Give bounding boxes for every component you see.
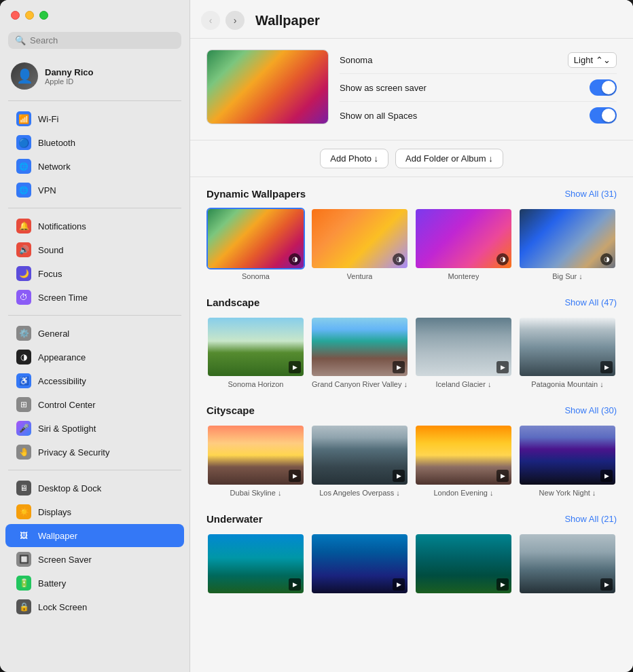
sidebar-item-notifications[interactable]: 🔔 Notifications [5, 214, 184, 238]
window-controls [0, 0, 189, 26]
wallpaper-item-underwater4[interactable]: ▶ [518, 533, 617, 597]
dynamic-badge-ventura: ◑ [393, 253, 405, 265]
cityscape-section: Cityscape Show All (30) ▶ Dubai Skyline … [190, 394, 633, 502]
wallpaper-item-sonoma-horizon[interactable]: ▶ Sonoma Horizon [206, 316, 305, 389]
sidebar-item-vpn[interactable]: 🌐 VPN [5, 179, 184, 202]
video-badge-new-york: ▶ [600, 470, 613, 482]
add-folder-button[interactable]: Add Folder or Album ↓ [395, 149, 503, 168]
monterey-thumb: ◑ [414, 208, 513, 269]
dynamic-badge-bigsur: ◑ [600, 253, 613, 265]
sidebar-item-controlcenter[interactable]: ⊞ Control Center [5, 393, 184, 416]
sidebar-item-screentime[interactable]: ⏱ Screen Time [5, 286, 184, 309]
forward-button[interactable]: › [225, 11, 245, 30]
dynamic-section-header: Dynamic Wallpapers Show All (31) [206, 188, 617, 200]
privacy-icon: 🤚 [16, 445, 31, 460]
sidebar-display-section: 🖥 Desktop & Dock ☀️ Displays 🖼 Wallpaper… [0, 473, 189, 622]
dubai-label: Dubai Skyline ↓ [230, 489, 282, 497]
close-button[interactable] [11, 11, 20, 20]
underwater-section-header: Underwater Show All (21) [206, 513, 617, 525]
wifi-icon: 📶 [16, 111, 31, 126]
maximize-button[interactable] [39, 11, 48, 20]
page-title: Wallpaper [255, 13, 320, 29]
style-select[interactable]: Light ⌃⌄ [568, 52, 617, 68]
sidebar-item-general[interactable]: ⚙️ General [5, 322, 184, 345]
sidebar-label-wifi: Wi-Fi [38, 114, 58, 124]
wallpaper-item-underwater3[interactable]: ▶ [414, 533, 513, 597]
sidebar-network-section: 📶 Wi-Fi 🔵 Bluetooth 🌐 Network 🌐 VPN [0, 104, 189, 205]
add-photo-button[interactable]: Add Photo ↓ [320, 149, 388, 168]
sidebar-item-bluetooth[interactable]: 🔵 Bluetooth [5, 131, 184, 154]
content-scroll[interactable]: Sonoma Light ⌃⌄ Show as screen saver Sho… [190, 39, 633, 672]
london-label: London Evening ↓ [433, 489, 493, 497]
show-all-dynamic[interactable]: Show All (31) [564, 189, 617, 199]
back-button[interactable]: ‹ [201, 11, 220, 30]
sidebar-item-displays[interactable]: ☀️ Displays [5, 500, 184, 523]
minimize-button[interactable] [25, 11, 34, 20]
show-all-underwater[interactable]: Show All (21) [564, 514, 617, 524]
sidebar-label-bluetooth: Bluetooth [38, 138, 75, 148]
wallpaper-item-los-angeles[interactable]: ▶ Los Angeles Overpass ↓ [310, 424, 409, 497]
wallpaper-item-new-york[interactable]: ▶ New York Night ↓ [518, 424, 617, 497]
ventura-label: Ventura [347, 272, 373, 280]
sidebar-item-wifi[interactable]: 📶 Wi-Fi [5, 107, 184, 130]
focus-icon: 🌙 [16, 266, 31, 281]
sidebar-item-network[interactable]: 🌐 Network [5, 155, 184, 178]
bluetooth-icon: 🔵 [16, 135, 31, 150]
network-icon: 🌐 [16, 159, 31, 174]
wallpaper-item-ventura[interactable]: ◑ Ventura [310, 208, 409, 280]
sidebar-item-battery[interactable]: 🔋 Battery [5, 572, 184, 595]
wallpaper-item-monterey[interactable]: ◑ Monterey [414, 208, 513, 280]
search-input[interactable] [30, 35, 175, 45]
search-bar[interactable]: 🔍 [8, 32, 181, 49]
show-all-cityscape[interactable]: Show All (30) [564, 405, 617, 415]
wallpaper-item-underwater2[interactable]: ▶ [310, 533, 409, 597]
dynamic-badge-sonoma: ◑ [289, 253, 301, 265]
screen-saver-toggle[interactable] [590, 79, 617, 96]
sidebar-label-battery: Battery [38, 578, 66, 589]
ventura-thumb: ◑ [310, 208, 409, 269]
sonoma-horizon-thumb: ▶ [206, 316, 305, 378]
sidebar-item-lockscreen[interactable]: 🔒 Lock Screen [5, 595, 184, 618]
sidebar-item-siri[interactable]: 🎤 Siri & Spotlight [5, 417, 184, 440]
sidebar-item-accessibility[interactable]: ♿ Accessibility [5, 369, 184, 392]
sidebar-item-sound[interactable]: 🔊 Sound [5, 238, 184, 261]
video-badge-iceland: ▶ [496, 361, 509, 373]
landscape-wallpapers-grid: ▶ Sonoma Horizon ▶ Grand Canyon River Va… [206, 316, 617, 389]
patagonia-label: Patagonia Mountain ↓ [531, 380, 603, 388]
wallpaper-item-dubai[interactable]: ▶ Dubai Skyline ↓ [206, 424, 305, 497]
landscape-section-title: Landscape [206, 297, 259, 308]
sidebar-item-privacy[interactable]: 🤚 Privacy & Security [5, 441, 184, 464]
sonoma-label: Sonoma [242, 272, 270, 280]
video-badge-patagonia: ▶ [600, 361, 613, 373]
screensaver-icon: 🔲 [16, 552, 31, 567]
wallpaper-item-underwater1[interactable]: ▶ [206, 533, 305, 597]
sidebar-item-desktop[interactable]: 🖥 Desktop & Dock [5, 477, 184, 500]
sidebar-item-focus[interactable]: 🌙 Focus [5, 262, 184, 285]
show-all-landscape[interactable]: Show All (47) [564, 297, 617, 307]
underwater-section: Underwater Show All (21) ▶ ▶ [190, 502, 633, 603]
new-york-thumb: ▶ [518, 424, 617, 486]
underwater2-thumb: ▶ [310, 533, 409, 595]
video-badge-underwater2: ▶ [393, 578, 405, 591]
sidebar-item-screensaver[interactable]: 🔲 Screen Saver [5, 548, 184, 571]
wallpaper-item-patagonia[interactable]: ▶ Patagonia Mountain ↓ [518, 316, 617, 389]
wallpaper-item-grand-canyon[interactable]: ▶ Grand Canyon River Valley ↓ [310, 316, 409, 389]
wallpaper-item-iceland[interactable]: ▶ Iceland Glacier ↓ [414, 316, 513, 389]
wallpaper-item-sonoma[interactable]: ◑ Sonoma [206, 208, 305, 280]
video-badge-underwater1: ▶ [289, 578, 301, 591]
wallpaper-item-london[interactable]: ▶ London Evening ↓ [414, 424, 513, 497]
user-profile[interactable]: 👤 Danny Rico Apple ID [0, 57, 189, 98]
all-spaces-row: Show on all Spaces [340, 102, 617, 129]
wallpaper-item-bigsur[interactable]: ◑ Big Sur ↓ [518, 208, 617, 280]
sidebar-label-accessibility: Accessibility [38, 376, 86, 386]
dynamic-wallpapers-section: Dynamic Wallpapers Show All (31) ◑ Sonom… [190, 177, 633, 286]
video-badge-dubai: ▶ [289, 470, 301, 482]
sidebar-item-appearance[interactable]: ◑ Appearance [5, 346, 184, 369]
sidebar-preferences-section: ⚙️ General ◑ Appearance ♿ Accessibility … [0, 318, 189, 467]
video-badge-grand-canyon: ▶ [393, 361, 405, 373]
sidebar-item-wallpaper[interactable]: 🖼 Wallpaper [5, 524, 184, 547]
sidebar-label-wallpaper: Wallpaper [38, 531, 77, 541]
dynamic-section-title: Dynamic Wallpapers [206, 188, 306, 200]
all-spaces-toggle[interactable] [590, 107, 617, 124]
patagonia-thumb: ▶ [518, 316, 617, 378]
